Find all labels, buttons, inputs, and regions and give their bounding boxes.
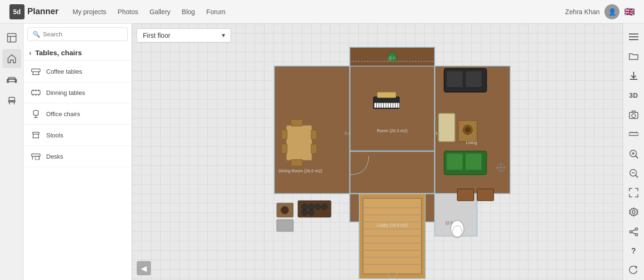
nav-item-gallery[interactable]: Gallery <box>149 8 170 16</box>
svg-point-104 <box>451 221 464 238</box>
sidebar-item-desks[interactable]: Desks <box>24 146 132 167</box>
svg-rect-91 <box>446 153 463 170</box>
svg-point-135 <box>636 233 638 236</box>
nav-item-my-projects[interactable]: My projects <box>73 8 107 16</box>
logo[interactable]: 5d Planner <box>9 4 58 19</box>
nav-item-blog[interactable]: Blog <box>182 8 195 16</box>
svg-rect-80 <box>393 103 395 108</box>
camera-button[interactable] <box>624 105 643 124</box>
user-area: Zehra Khan 👤 🇬🇧 <box>565 4 635 19</box>
folder-button[interactable] <box>624 47 643 65</box>
back-arrow-icon: ‹ <box>29 49 32 57</box>
ruler-button[interactable] <box>624 125 643 144</box>
svg-point-66 <box>315 204 321 210</box>
svg-point-132 <box>632 211 635 213</box>
logo-text: Planner <box>27 7 58 17</box>
dining-table-icon <box>30 87 41 98</box>
home-button[interactable] <box>2 49 21 68</box>
search-icon: 🔍 <box>33 31 40 38</box>
svg-rect-29 <box>35 156 39 160</box>
svg-rect-57 <box>311 130 317 139</box>
settings-button[interactable] <box>624 203 643 221</box>
svg-rect-72 <box>374 103 376 108</box>
svg-line-130 <box>636 175 638 178</box>
user-name: Zehra Khan <box>565 8 600 16</box>
download-button[interactable] <box>624 67 643 85</box>
floor-dropdown-wrapper[interactable]: First floor Second floor Ground floor ▼ <box>137 28 231 42</box>
svg-point-68 <box>302 210 307 215</box>
svg-rect-13 <box>32 91 40 94</box>
svg-rect-54 <box>286 125 312 161</box>
svg-point-69 <box>308 210 314 215</box>
header: 5d Planner My projectsPhotosGalleryBlogF… <box>0 0 644 24</box>
svg-rect-55 <box>281 130 287 139</box>
right-toolbar: 3D ? <box>623 24 644 280</box>
svg-rect-70 <box>277 220 293 231</box>
stool-icon <box>30 129 41 141</box>
zoom-out-button[interactable] <box>624 164 643 182</box>
floor-dropdown[interactable]: First floor Second floor Ground floor <box>137 28 231 42</box>
avatar: 👤 <box>604 4 619 19</box>
fullscreen-button[interactable] <box>624 184 643 202</box>
svg-rect-0 <box>8 34 16 42</box>
svg-point-64 <box>302 204 307 210</box>
svg-rect-83 <box>377 92 396 98</box>
nav-item-photos[interactable]: Photos <box>118 8 139 16</box>
search-input[interactable] <box>43 31 123 38</box>
chair-button[interactable] <box>2 91 21 110</box>
svg-rect-22 <box>33 132 39 134</box>
svg-line-126 <box>636 156 638 158</box>
svg-rect-9 <box>32 69 40 72</box>
floor-plan-button[interactable] <box>2 28 21 47</box>
search-box[interactable]: 🔍 <box>27 27 128 41</box>
floor-selector: First floor Second floor Ground floor ▼ <box>137 28 231 42</box>
category-title: Tables, chairs <box>35 49 82 57</box>
svg-rect-81 <box>396 103 397 108</box>
svg-point-67 <box>322 204 327 210</box>
desk-icon <box>30 151 41 162</box>
svg-line-23 <box>33 134 33 138</box>
nav-item-forum[interactable]: Forum <box>206 8 225 16</box>
back-button[interactable]: ◀ <box>137 261 151 275</box>
svg-point-119 <box>632 114 636 118</box>
sidebar-item-stools[interactable]: Stools <box>24 125 132 146</box>
svg-text:2.8: 2.8 <box>389 56 395 60</box>
svg-rect-79 <box>391 103 393 108</box>
svg-line-24 <box>38 134 39 138</box>
menu-button[interactable] <box>624 27 643 46</box>
office-chairs-label: Office chairs <box>46 110 80 118</box>
svg-rect-78 <box>388 103 390 108</box>
svg-line-137 <box>632 229 636 231</box>
svg-rect-93 <box>438 113 455 142</box>
coffee-tables-label: Coffee tables <box>46 68 82 75</box>
svg-rect-97 <box>457 189 474 201</box>
floorplan-area: First floor Second floor Ground floor ▼ <box>132 24 623 280</box>
share-button[interactable] <box>624 222 643 241</box>
sidebar-item-dinning-tables[interactable]: Dinning tables <box>24 82 132 103</box>
zoom-in-button[interactable] <box>624 144 643 163</box>
category-header[interactable]: ‹ Tables, chairs <box>24 45 132 61</box>
nav: My projectsPhotosGalleryBlogForum <box>73 8 551 16</box>
svg-line-136 <box>632 232 636 234</box>
rotate-button[interactable] <box>624 262 643 280</box>
help-button[interactable]: ? <box>624 242 643 260</box>
svg-point-133 <box>636 228 638 230</box>
svg-rect-77 <box>386 103 388 108</box>
sidebar-item-office-chairs[interactable]: Office chairs <box>24 103 132 125</box>
svg-rect-98 <box>477 189 494 201</box>
floorplan-svg: Room (20.3 m2) Dining Room (26.0 m2) Liv… <box>246 42 538 280</box>
svg-rect-2 <box>8 77 15 79</box>
svg-point-65 <box>308 204 314 210</box>
3d-button[interactable]: 3D <box>624 86 643 104</box>
sidebar: 🔍 ‹ Tables, chairs Coffee tables <box>24 24 132 280</box>
main: 🔍 ‹ Tables, chairs Coffee tables <box>0 24 644 280</box>
svg-rect-76 <box>384 103 386 108</box>
left-toolbar <box>0 24 24 280</box>
sidebar-item-coffee-tables[interactable]: Coffee tables <box>24 61 132 82</box>
svg-text:Living: Living <box>466 140 477 145</box>
svg-rect-26 <box>32 154 40 156</box>
svg-point-134 <box>630 230 632 233</box>
svg-text:Room (20.3 m2): Room (20.3 m2) <box>377 128 407 133</box>
sofa-button[interactable] <box>2 70 21 89</box>
svg-rect-92 <box>465 153 482 170</box>
